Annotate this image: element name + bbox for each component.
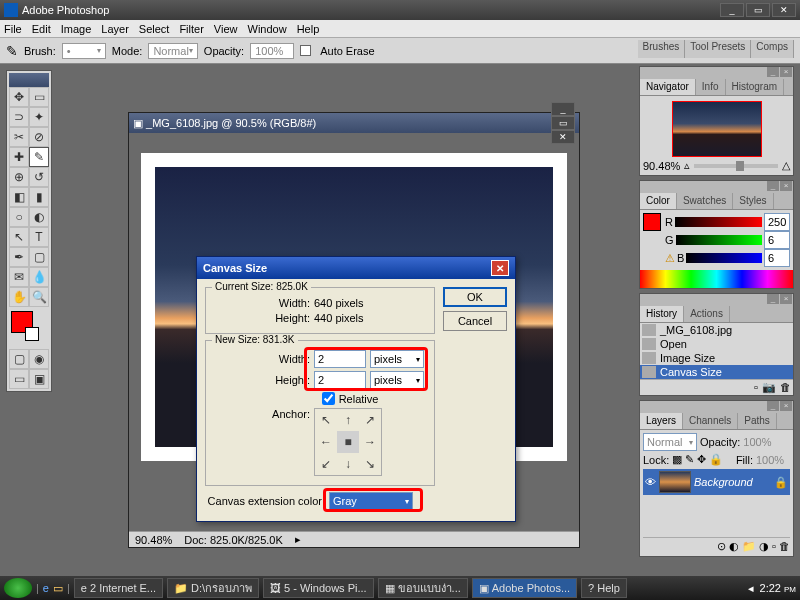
- opacity-input[interactable]: 100%: [250, 43, 294, 59]
- dodge-tool[interactable]: ◐: [29, 207, 49, 227]
- pencil-tool[interactable]: ✎: [29, 147, 49, 167]
- type-tool[interactable]: T: [29, 227, 49, 247]
- doc-zoom[interactable]: 90.48%: [135, 534, 172, 546]
- panel-close-icon[interactable]: ×: [780, 401, 792, 411]
- task-photoshop[interactable]: ▣Adobe Photos...: [472, 578, 577, 598]
- layer-name[interactable]: Background: [694, 476, 753, 488]
- history-step-canvassize[interactable]: Canvas Size: [640, 365, 793, 379]
- blend-mode-select[interactable]: Normal: [643, 433, 697, 451]
- clock[interactable]: 2:22 PM: [760, 582, 796, 594]
- eyedropper-tool[interactable]: 💧: [29, 267, 49, 287]
- menu-filter[interactable]: Filter: [179, 23, 203, 35]
- close-button[interactable]: ✕: [772, 3, 796, 17]
- g-input[interactable]: [764, 231, 790, 249]
- pen-tool[interactable]: ✒: [9, 247, 29, 267]
- trash-icon[interactable]: 🗑: [779, 540, 790, 553]
- palette-tab-brushes[interactable]: Brushes: [638, 40, 686, 58]
- tab-actions[interactable]: Actions: [684, 306, 730, 322]
- zoom-tool[interactable]: 🔍: [29, 287, 49, 307]
- history-step-imagesize[interactable]: Image Size: [640, 351, 793, 365]
- relative-checkbox[interactable]: [322, 392, 335, 405]
- maximize-button[interactable]: ▭: [746, 3, 770, 17]
- g-slider[interactable]: [676, 235, 762, 245]
- tab-navigator[interactable]: Navigator: [640, 79, 696, 95]
- color-ramp[interactable]: [640, 270, 793, 288]
- b-input[interactable]: [764, 249, 790, 267]
- dialog-close-button[interactable]: ✕: [491, 260, 509, 276]
- menu-edit[interactable]: Edit: [32, 23, 51, 35]
- minimize-button[interactable]: _: [720, 3, 744, 17]
- mode-select[interactable]: Normal: [148, 43, 197, 59]
- tab-info[interactable]: Info: [696, 79, 726, 95]
- hand-tool[interactable]: ✋: [9, 287, 29, 307]
- fx-icon[interactable]: ⊙: [717, 540, 726, 553]
- tab-channels[interactable]: Channels: [683, 413, 738, 429]
- trash-icon[interactable]: 🗑: [780, 381, 791, 394]
- wand-tool[interactable]: ✦: [29, 107, 49, 127]
- lock-paint-icon[interactable]: ✎: [685, 453, 694, 466]
- doc-info-arrow-icon[interactable]: ▸: [295, 533, 301, 546]
- menu-image[interactable]: Image: [61, 23, 92, 35]
- panel-close-icon[interactable]: ×: [780, 67, 792, 77]
- notes-tool[interactable]: ✉: [9, 267, 29, 287]
- new-layer-icon[interactable]: ▫: [772, 540, 776, 553]
- layer-opacity-input[interactable]: 100%: [743, 436, 777, 448]
- tab-history[interactable]: History: [640, 306, 684, 322]
- lock-all-icon[interactable]: 🔒: [709, 453, 723, 466]
- doc-maximize-button[interactable]: ▭: [551, 116, 575, 130]
- shape-tool[interactable]: ▢: [29, 247, 49, 267]
- history-step-open[interactable]: Open: [640, 337, 793, 351]
- doc-close-button[interactable]: ✕: [551, 130, 575, 144]
- brush-picker[interactable]: •: [62, 43, 106, 59]
- tab-histogram[interactable]: Histogram: [726, 79, 785, 95]
- panel-min-icon[interactable]: _: [767, 67, 779, 77]
- document-titlebar[interactable]: ▣ _MG_6108.jpg @ 90.5% (RGB/8#) _ ▭ ✕: [129, 113, 579, 133]
- panel-close-icon[interactable]: ×: [780, 294, 792, 304]
- r-input[interactable]: [764, 213, 790, 231]
- color-fg-swatch[interactable]: [643, 213, 661, 231]
- tab-layers[interactable]: Layers: [640, 413, 683, 429]
- panel-close-icon[interactable]: ×: [780, 181, 792, 191]
- new-doc-icon[interactable]: ▫: [754, 381, 758, 394]
- panel-min-icon[interactable]: _: [767, 181, 779, 191]
- task-ie[interactable]: e2 Internet E...: [74, 578, 163, 598]
- lock-move-icon[interactable]: ✥: [697, 453, 706, 466]
- palette-tab-comps[interactable]: Comps: [751, 40, 794, 58]
- menu-file[interactable]: File: [4, 23, 22, 35]
- adj-icon[interactable]: ◑: [759, 540, 769, 553]
- menu-select[interactable]: Select: [139, 23, 170, 35]
- autoerase-checkbox[interactable]: [300, 45, 311, 56]
- tab-swatches[interactable]: Swatches: [677, 193, 733, 209]
- cancel-button[interactable]: Cancel: [443, 311, 507, 331]
- quickmask-on[interactable]: ◉: [29, 349, 49, 369]
- menu-window[interactable]: Window: [248, 23, 287, 35]
- system-tray[interactable]: ◂ 2:22 PM: [748, 582, 796, 595]
- zoom-in-icon[interactable]: △: [782, 159, 790, 172]
- menu-help[interactable]: Help: [297, 23, 320, 35]
- menu-layer[interactable]: Layer: [101, 23, 129, 35]
- layer-row-background[interactable]: 👁 Background 🔒: [643, 469, 790, 495]
- tab-color[interactable]: Color: [640, 193, 677, 209]
- fill-input[interactable]: 100%: [756, 454, 790, 466]
- mask-icon[interactable]: ◐: [729, 540, 739, 553]
- folder-icon[interactable]: 📁: [742, 540, 756, 553]
- slice-tool[interactable]: ⊘: [29, 127, 49, 147]
- move-tool[interactable]: ✥: [9, 87, 29, 107]
- history-snapshot[interactable]: _MG_6108.jpg: [640, 323, 793, 337]
- visibility-icon[interactable]: 👁: [645, 476, 656, 488]
- screenmode-button[interactable]: ▭: [9, 369, 29, 389]
- menu-view[interactable]: View: [214, 23, 238, 35]
- screenmode2-button[interactable]: ▣: [29, 369, 49, 389]
- quicklaunch-explorer-icon[interactable]: ▭: [53, 582, 63, 595]
- palette-tab-toolpresets[interactable]: Tool Presets: [685, 40, 751, 58]
- zoom-slider[interactable]: [694, 164, 778, 168]
- eraser-tool[interactable]: ◧: [9, 187, 29, 207]
- heal-tool[interactable]: ✚: [9, 147, 29, 167]
- lasso-tool[interactable]: ⊃: [9, 107, 29, 127]
- blur-tool[interactable]: ○: [9, 207, 29, 227]
- start-button[interactable]: [4, 578, 32, 598]
- navigator-thumbnail[interactable]: [672, 101, 762, 157]
- task-help[interactable]: ?Help: [581, 578, 627, 598]
- marquee-tool[interactable]: ▭: [29, 87, 49, 107]
- background-color-swatch[interactable]: [25, 327, 39, 341]
